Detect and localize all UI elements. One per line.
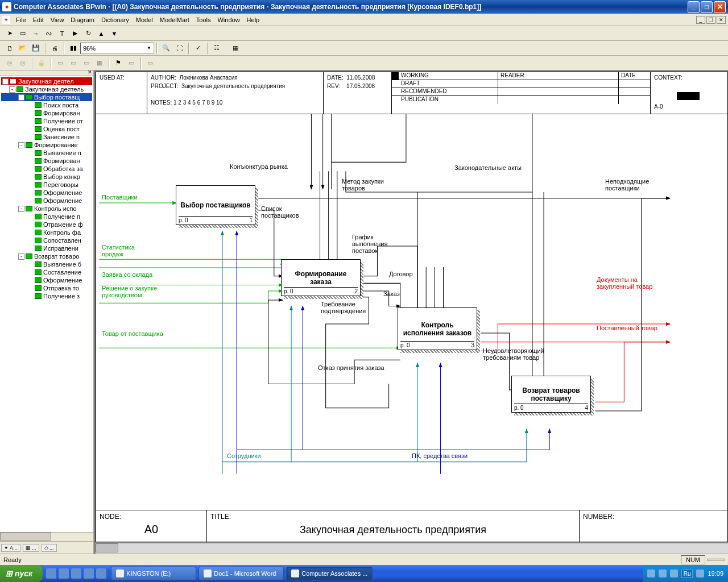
minimize-button[interactable]: _ [688,1,700,13]
zoom-area-icon[interactable]: ⛶ [173,42,185,55]
maximize-button[interactable]: □ [701,1,713,13]
print-icon[interactable]: 🖨 [48,42,61,55]
mm1-icon[interactable]: ◎ [3,57,16,69]
tree-node[interactable]: -Закупочная деятель [1,85,92,93]
spellcheck-icon[interactable]: ✓ [192,42,204,55]
refresh-icon[interactable]: ↻ [82,27,94,40]
tree-node[interactable]: -Возврат товаро [1,252,92,260]
menu-model[interactable]: Model [133,15,156,24]
arrow-icon[interactable]: → [30,27,42,40]
tree-node[interactable]: Выбор конкр [1,173,92,181]
label-bad-goods: Неудовлетворяющий требованиям товар [483,347,557,361]
label-contract: Договор [389,271,413,277]
tree-node[interactable]: -Формирование [1,141,92,149]
mm5-icon[interactable]: ▭ [80,57,93,69]
canvas-hscroll[interactable] [96,543,728,554]
tree-icon[interactable]: ☷ [210,42,223,55]
tree-node[interactable]: Оценка пост [1,125,92,133]
menu-tools[interactable]: Tools [193,15,214,24]
tree-node[interactable]: Получение п [1,213,92,221]
task-kingston[interactable]: KINGSTON (E:) [111,567,196,580]
play-icon[interactable]: ▶ [69,27,81,40]
tree-node[interactable]: -Контроль испо [1,205,92,213]
mm6-icon[interactable]: ⚑ [112,57,125,69]
grid-icon[interactable]: ▦ [93,57,106,69]
diagram-canvas[interactable]: USED AT: AUTHOR: Ложникова Анастасия PRO… [96,72,728,542]
mm3-icon[interactable]: ▭ [54,57,67,69]
menu-file[interactable]: File [13,15,30,24]
up-icon[interactable]: ▲ [95,27,107,40]
zoom-combo[interactable]: 96% [80,43,154,54]
mm2-icon[interactable]: ◎ [16,57,29,69]
tree-node[interactable]: Переговоры [1,181,92,189]
tree-node[interactable]: Исправлени [1,244,92,252]
tree-node[interactable]: Выявление б [1,260,92,268]
menu-help[interactable]: Help [243,15,263,24]
mm7-icon[interactable]: ▭ [125,57,138,69]
activity-box-2[interactable]: Формирование заказа p. 02 [281,259,361,296]
tree-node[interactable]: Отправка то [1,284,92,292]
tree-node[interactable]: Выявление п [1,149,92,157]
down-icon[interactable]: ▼ [108,27,121,40]
tree-node[interactable]: Оформление [1,189,92,197]
tree-node[interactable]: Контроль фа [1,228,92,236]
new-icon[interactable]: 🗋 [3,42,16,55]
squiggle-icon[interactable]: ᔓ [43,27,55,40]
palette-icon[interactable]: ▮▮ [67,42,80,55]
menu-dictionary[interactable]: Dictionary [98,15,133,24]
tree-node[interactable]: Оформление [1,197,92,205]
text-icon[interactable]: T [56,27,68,40]
tree-node[interactable]: Оформление [1,276,92,284]
tree-node[interactable]: Получение от [1,117,92,125]
menu-diagram[interactable]: Diagram [67,15,98,24]
close-button[interactable]: ✕ [714,1,726,13]
mdi-restore[interactable]: ❐ [706,16,715,24]
nav-activities[interactable]: ✦ A... [1,544,20,552]
ql-5[interactable] [96,568,106,579]
activity-box-1[interactable]: Выбор поставщиков p. 01 [176,185,255,225]
save-icon[interactable]: 💾 [30,42,42,55]
nav-objects[interactable]: ◇ ... [42,544,57,552]
tree-node[interactable]: Обработка за [1,165,92,173]
tree-node[interactable]: Сопоставлен [1,236,92,244]
menu-modelmart[interactable]: ModelMart [156,15,193,24]
model-tree[interactable]: -Закупочная деятел-Закупочная деятель-Вы… [0,76,93,532]
mm4-icon[interactable]: ▭ [67,57,80,69]
tree-node[interactable]: Формирован [1,157,92,165]
mdi-close[interactable]: ✕ [717,16,726,24]
tree-node[interactable]: -Выбор поставщ [1,93,92,101]
ql-4[interactable] [84,568,94,579]
nav-diagrams[interactable]: ▦ ... [23,544,39,552]
menu-view[interactable]: View [47,15,68,24]
open-icon[interactable]: 📂 [16,42,29,55]
report-icon[interactable]: ▦ [229,42,242,55]
activity-box-4[interactable]: Возврат товаров поставщику p. 04 [511,376,591,413]
tree-node[interactable]: Занесение п [1,133,92,141]
menu-window[interactable]: Window [214,15,243,24]
tree-node[interactable]: Отражение ф [1,221,92,228]
tree-close[interactable] [0,70,93,76]
toolbar-draw: ➤ ▭ → ᔓ T ▶ ↻ ▲ ▼ [0,26,728,41]
ql-3[interactable] [71,568,81,579]
start-button[interactable]: ⊞пуск [0,565,43,582]
lock-icon[interactable]: 🔒 [35,57,48,69]
tree-hscroll[interactable] [0,532,93,541]
ql-1[interactable] [46,568,56,579]
system-tray[interactable]: Ru 19:09 [643,565,728,582]
zoom-in-icon[interactable]: 🔍 [160,42,172,55]
menu-edit[interactable]: Edit [30,15,47,24]
tree-node[interactable]: Формирован [1,109,92,117]
task-bpwin[interactable]: Computer Associates ... [286,567,373,580]
pointer-icon[interactable]: ➤ [3,27,16,40]
task-word[interactable]: Doc1 - Microsoft Word [198,567,284,580]
tree-node[interactable]: Получение з [1,292,92,300]
activity-box-3[interactable]: Контроль исполнения заказов p. 03 [398,307,477,350]
box-icon[interactable]: ▭ [16,27,29,40]
label-staff: Сотрудники [227,452,261,459]
titlebar: ✦ Computer Associates BPwin - [(A0) Заку… [0,0,728,14]
tree-node[interactable]: Поиск поста [1,101,92,109]
mm8-icon[interactable]: ▭ [144,57,156,69]
tree-node[interactable]: Составление [1,268,92,276]
mdi-minimize[interactable]: _ [696,16,705,24]
ql-2[interactable] [59,568,69,579]
